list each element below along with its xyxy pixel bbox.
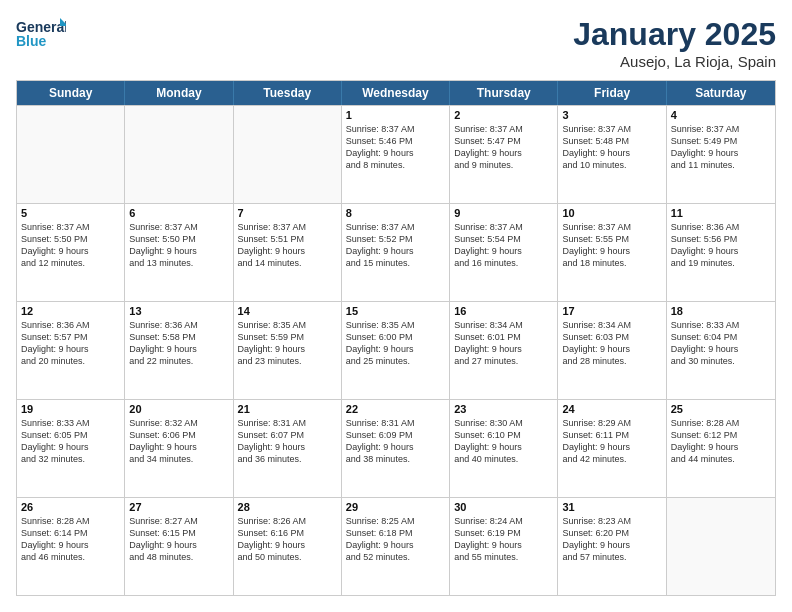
day-number: 30 <box>454 501 553 513</box>
day-number: 6 <box>129 207 228 219</box>
cal-cell-12: 12Sunrise: 8:36 AM Sunset: 5:57 PM Dayli… <box>17 302 125 399</box>
header-cell-friday: Friday <box>558 81 666 105</box>
cal-cell-7: 7Sunrise: 8:37 AM Sunset: 5:51 PM Daylig… <box>234 204 342 301</box>
cell-info: Sunrise: 8:37 AM Sunset: 5:48 PM Dayligh… <box>562 123 661 172</box>
day-number: 10 <box>562 207 661 219</box>
header-cell-wednesday: Wednesday <box>342 81 450 105</box>
cell-info: Sunrise: 8:27 AM Sunset: 6:15 PM Dayligh… <box>129 515 228 564</box>
cal-cell-5: 5Sunrise: 8:37 AM Sunset: 5:50 PM Daylig… <box>17 204 125 301</box>
day-number: 28 <box>238 501 337 513</box>
cell-info: Sunrise: 8:33 AM Sunset: 6:05 PM Dayligh… <box>21 417 120 466</box>
cal-cell-27: 27Sunrise: 8:27 AM Sunset: 6:15 PM Dayli… <box>125 498 233 595</box>
cal-cell-28: 28Sunrise: 8:26 AM Sunset: 6:16 PM Dayli… <box>234 498 342 595</box>
cell-info: Sunrise: 8:37 AM Sunset: 5:55 PM Dayligh… <box>562 221 661 270</box>
cal-cell-2: 2Sunrise: 8:37 AM Sunset: 5:47 PM Daylig… <box>450 106 558 203</box>
cell-info: Sunrise: 8:37 AM Sunset: 5:46 PM Dayligh… <box>346 123 445 172</box>
day-number: 4 <box>671 109 771 121</box>
header-cell-tuesday: Tuesday <box>234 81 342 105</box>
day-number: 24 <box>562 403 661 415</box>
cal-cell-empty-1 <box>125 106 233 203</box>
cal-cell-9: 9Sunrise: 8:37 AM Sunset: 5:54 PM Daylig… <box>450 204 558 301</box>
cell-info: Sunrise: 8:23 AM Sunset: 6:20 PM Dayligh… <box>562 515 661 564</box>
cell-info: Sunrise: 8:37 AM Sunset: 5:52 PM Dayligh… <box>346 221 445 270</box>
calendar-body: 1Sunrise: 8:37 AM Sunset: 5:46 PM Daylig… <box>17 105 775 595</box>
cal-cell-1: 1Sunrise: 8:37 AM Sunset: 5:46 PM Daylig… <box>342 106 450 203</box>
cal-cell-empty-6 <box>667 498 775 595</box>
day-number: 3 <box>562 109 661 121</box>
cell-info: Sunrise: 8:36 AM Sunset: 5:58 PM Dayligh… <box>129 319 228 368</box>
day-number: 29 <box>346 501 445 513</box>
cal-cell-21: 21Sunrise: 8:31 AM Sunset: 6:07 PM Dayli… <box>234 400 342 497</box>
cal-row-3: 19Sunrise: 8:33 AM Sunset: 6:05 PM Dayli… <box>17 399 775 497</box>
cal-row-2: 12Sunrise: 8:36 AM Sunset: 5:57 PM Dayli… <box>17 301 775 399</box>
cal-cell-31: 31Sunrise: 8:23 AM Sunset: 6:20 PM Dayli… <box>558 498 666 595</box>
cell-info: Sunrise: 8:36 AM Sunset: 5:56 PM Dayligh… <box>671 221 771 270</box>
cal-cell-23: 23Sunrise: 8:30 AM Sunset: 6:10 PM Dayli… <box>450 400 558 497</box>
cal-cell-10: 10Sunrise: 8:37 AM Sunset: 5:55 PM Dayli… <box>558 204 666 301</box>
day-number: 7 <box>238 207 337 219</box>
cell-info: Sunrise: 8:34 AM Sunset: 6:03 PM Dayligh… <box>562 319 661 368</box>
logo-svg: General Blue <box>16 16 66 56</box>
cal-cell-18: 18Sunrise: 8:33 AM Sunset: 6:04 PM Dayli… <box>667 302 775 399</box>
day-number: 22 <box>346 403 445 415</box>
day-number: 18 <box>671 305 771 317</box>
cal-cell-30: 30Sunrise: 8:24 AM Sunset: 6:19 PM Dayli… <box>450 498 558 595</box>
cal-cell-4: 4Sunrise: 8:37 AM Sunset: 5:49 PM Daylig… <box>667 106 775 203</box>
cal-cell-26: 26Sunrise: 8:28 AM Sunset: 6:14 PM Dayli… <box>17 498 125 595</box>
cal-row-1: 5Sunrise: 8:37 AM Sunset: 5:50 PM Daylig… <box>17 203 775 301</box>
header-cell-monday: Monday <box>125 81 233 105</box>
cal-cell-20: 20Sunrise: 8:32 AM Sunset: 6:06 PM Dayli… <box>125 400 233 497</box>
day-number: 9 <box>454 207 553 219</box>
cal-cell-19: 19Sunrise: 8:33 AM Sunset: 6:05 PM Dayli… <box>17 400 125 497</box>
day-number: 31 <box>562 501 661 513</box>
cal-cell-29: 29Sunrise: 8:25 AM Sunset: 6:18 PM Dayli… <box>342 498 450 595</box>
day-number: 25 <box>671 403 771 415</box>
header: General Blue January 2025 Ausejo, La Rio… <box>16 16 776 70</box>
cal-cell-16: 16Sunrise: 8:34 AM Sunset: 6:01 PM Dayli… <box>450 302 558 399</box>
title-block: January 2025 Ausejo, La Rioja, Spain <box>573 16 776 70</box>
cell-info: Sunrise: 8:28 AM Sunset: 6:12 PM Dayligh… <box>671 417 771 466</box>
day-number: 15 <box>346 305 445 317</box>
cell-info: Sunrise: 8:31 AM Sunset: 6:07 PM Dayligh… <box>238 417 337 466</box>
cell-info: Sunrise: 8:34 AM Sunset: 6:01 PM Dayligh… <box>454 319 553 368</box>
cal-cell-empty-0 <box>17 106 125 203</box>
day-number: 14 <box>238 305 337 317</box>
page: General Blue January 2025 Ausejo, La Rio… <box>0 0 792 612</box>
cell-info: Sunrise: 8:26 AM Sunset: 6:16 PM Dayligh… <box>238 515 337 564</box>
svg-text:Blue: Blue <box>16 33 47 49</box>
cell-info: Sunrise: 8:35 AM Sunset: 5:59 PM Dayligh… <box>238 319 337 368</box>
day-number: 21 <box>238 403 337 415</box>
cell-info: Sunrise: 8:37 AM Sunset: 5:47 PM Dayligh… <box>454 123 553 172</box>
day-number: 12 <box>21 305 120 317</box>
calendar: SundayMondayTuesdayWednesdayThursdayFrid… <box>16 80 776 596</box>
cell-info: Sunrise: 8:37 AM Sunset: 5:50 PM Dayligh… <box>129 221 228 270</box>
cell-info: Sunrise: 8:31 AM Sunset: 6:09 PM Dayligh… <box>346 417 445 466</box>
day-number: 23 <box>454 403 553 415</box>
cell-info: Sunrise: 8:29 AM Sunset: 6:11 PM Dayligh… <box>562 417 661 466</box>
day-number: 5 <box>21 207 120 219</box>
cell-info: Sunrise: 8:37 AM Sunset: 5:49 PM Dayligh… <box>671 123 771 172</box>
header-cell-sunday: Sunday <box>17 81 125 105</box>
cell-info: Sunrise: 8:32 AM Sunset: 6:06 PM Dayligh… <box>129 417 228 466</box>
cell-info: Sunrise: 8:35 AM Sunset: 6:00 PM Dayligh… <box>346 319 445 368</box>
cell-info: Sunrise: 8:30 AM Sunset: 6:10 PM Dayligh… <box>454 417 553 466</box>
day-number: 11 <box>671 207 771 219</box>
cal-cell-6: 6Sunrise: 8:37 AM Sunset: 5:50 PM Daylig… <box>125 204 233 301</box>
day-number: 27 <box>129 501 228 513</box>
day-number: 2 <box>454 109 553 121</box>
cal-cell-empty-2 <box>234 106 342 203</box>
cal-cell-25: 25Sunrise: 8:28 AM Sunset: 6:12 PM Dayli… <box>667 400 775 497</box>
cal-cell-14: 14Sunrise: 8:35 AM Sunset: 5:59 PM Dayli… <box>234 302 342 399</box>
calendar-subtitle: Ausejo, La Rioja, Spain <box>573 53 776 70</box>
day-number: 8 <box>346 207 445 219</box>
day-number: 17 <box>562 305 661 317</box>
cell-info: Sunrise: 8:33 AM Sunset: 6:04 PM Dayligh… <box>671 319 771 368</box>
cal-row-0: 1Sunrise: 8:37 AM Sunset: 5:46 PM Daylig… <box>17 105 775 203</box>
cal-cell-3: 3Sunrise: 8:37 AM Sunset: 5:48 PM Daylig… <box>558 106 666 203</box>
cal-cell-22: 22Sunrise: 8:31 AM Sunset: 6:09 PM Dayli… <box>342 400 450 497</box>
day-number: 13 <box>129 305 228 317</box>
cell-info: Sunrise: 8:28 AM Sunset: 6:14 PM Dayligh… <box>21 515 120 564</box>
day-number: 19 <box>21 403 120 415</box>
cal-cell-15: 15Sunrise: 8:35 AM Sunset: 6:00 PM Dayli… <box>342 302 450 399</box>
cell-info: Sunrise: 8:25 AM Sunset: 6:18 PM Dayligh… <box>346 515 445 564</box>
